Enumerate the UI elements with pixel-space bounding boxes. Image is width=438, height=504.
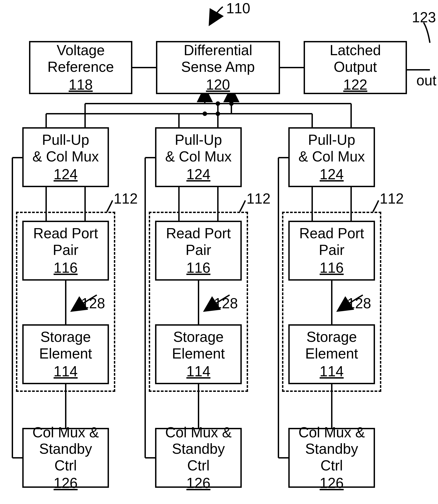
block-number: 122: [343, 76, 367, 93]
block-number: 116: [320, 259, 344, 276]
block-pullup-col1: Pull-Up& Col Mux 124: [22, 127, 109, 187]
block-pullup-col2: Pull-Up& Col Mux 124: [155, 127, 242, 187]
ref-inner-arrow-1: 128: [81, 295, 105, 312]
block-title: LatchedOutput: [330, 42, 381, 75]
block-number: 116: [54, 259, 78, 276]
block-storage-col2: Storage Element 114: [155, 324, 242, 384]
block-storage-col3: Storage Element 114: [288, 324, 375, 384]
block-colstandby-col2: Col Mux &Standby Ctrl 126: [155, 428, 242, 488]
ref-cell-group-3: 112: [380, 190, 404, 207]
block-title: VoltageReference: [47, 42, 114, 75]
block-title: Read PortPair: [33, 225, 98, 258]
ref-cell-group-1: 112: [114, 190, 138, 207]
ref-output-line: 123: [412, 9, 436, 26]
block-number: 114: [54, 363, 78, 380]
block-title: Storage Element: [161, 329, 236, 362]
block-title: Storage Element: [294, 329, 370, 362]
block-title: DifferentialSense Amp: [181, 42, 255, 75]
block-number: 124: [186, 166, 210, 183]
block-pullup-col3: Pull-Up& Col Mux 124: [288, 127, 375, 187]
block-title: Col Mux &Standby Ctrl: [28, 424, 104, 474]
block-title: Read PortPair: [299, 225, 364, 258]
block-readport-col2: Read PortPair 116: [155, 221, 242, 280]
block-colstandby-col1: Col Mux &Standby Ctrl 126: [22, 428, 109, 488]
block-number: 126: [54, 475, 78, 491]
block-title: Pull-Up& Col Mux: [33, 132, 99, 165]
block-sense-amp: DifferentialSense Amp 120: [156, 41, 280, 94]
svg-point-7: [203, 112, 207, 116]
svg-point-8: [216, 101, 220, 106]
block-readport-col1: Read PortPair 116: [22, 221, 109, 280]
block-title: Col Mux &Standby Ctrl: [294, 424, 370, 474]
block-title: Read PortPair: [166, 225, 231, 258]
ref-cell-group-2: 112: [246, 190, 271, 207]
block-number: 114: [186, 363, 210, 380]
block-latched-output: LatchedOutput 122: [304, 41, 407, 94]
block-storage-col1: Storage Element 114: [22, 324, 109, 384]
ref-inner-arrow-2: 128: [214, 295, 238, 312]
block-title: Col Mux &Standby Ctrl: [161, 424, 236, 474]
output-text: out: [416, 72, 437, 89]
block-number: 116: [186, 259, 210, 276]
block-title: Storage Element: [28, 329, 104, 362]
block-number: 120: [206, 76, 230, 93]
block-number: 124: [320, 166, 344, 183]
block-number: 126: [186, 475, 210, 491]
block-number: 118: [69, 76, 93, 93]
block-number: 114: [320, 363, 344, 380]
diagram-root: VoltageReference 118 DifferentialSense A…: [0, 0, 438, 504]
ref-inner-arrow-3: 128: [347, 295, 371, 312]
svg-point-9: [229, 101, 234, 106]
block-colstandby-col3: Col Mux &Standby Ctrl 126: [288, 428, 375, 488]
block-voltage-reference: VoltageReference 118: [29, 41, 132, 94]
block-number: 124: [54, 166, 78, 183]
block-readport-col3: Read PortPair 116: [288, 221, 375, 280]
block-title: Pull-Up& Col Mux: [165, 132, 232, 165]
ref-diagram: 110: [226, 0, 250, 17]
svg-point-10: [216, 112, 220, 116]
block-number: 126: [320, 475, 344, 491]
block-title: Pull-Up& Col Mux: [298, 132, 365, 165]
